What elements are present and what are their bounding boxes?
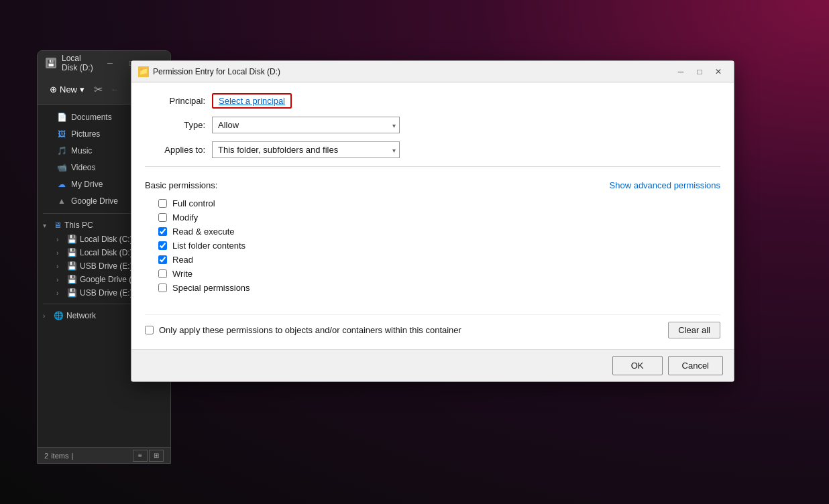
network-chevron: › (43, 312, 51, 320)
principal-field: Principal: Select a principal (145, 93, 720, 109)
write-checkbox[interactable] (158, 269, 167, 278)
dialog-win-controls: ─ □ ✕ (672, 64, 727, 79)
list-folder-checkbox[interactable] (158, 241, 167, 250)
read-execute-label: Read & execute (172, 227, 235, 237)
dialog-titlebar: 📁 Permission Entry for Local Disk (D:) ─… (131, 61, 734, 82)
type-field: Type: Allow Deny ▾ (145, 117, 720, 133)
type-label: Type: (145, 120, 205, 130)
permission-special: Special permissions (145, 283, 720, 293)
googledrivef-icon: 💾 (67, 275, 77, 284)
videos-icon: 📹 (56, 162, 67, 173)
write-label: Write (172, 269, 192, 279)
only-apply-checkbox[interactable] (145, 326, 154, 334)
sidebar-item-mydrive-label: My Drive (71, 180, 103, 189)
usbe-icon: 💾 (67, 261, 77, 271)
dialog-close-btn[interactable]: ✕ (710, 64, 727, 79)
chevron-usbe2: › (56, 290, 64, 297)
explorer-minimize-btn[interactable]: ─ (101, 56, 119, 70)
permission-read-execute: Read & execute (145, 227, 720, 237)
full-control-label: Full control (172, 198, 215, 208)
sidebar-item-pictures-label: Pictures (71, 129, 100, 139)
permissions-header: Basic permissions: Show advanced permiss… (145, 180, 720, 190)
cancel-btn[interactable]: Cancel (668, 356, 723, 375)
permissions-title: Basic permissions: (145, 180, 217, 190)
chevron-googledrivef: › (56, 276, 64, 284)
statusbar-separator: | (71, 452, 73, 460)
new-btn-chevron: ▾ (80, 84, 85, 94)
tree-item-locald-label: Local Disk (D:) (80, 248, 133, 257)
only-apply-section: Only apply these permissions to objects … (145, 314, 720, 338)
locald-icon: 💾 (67, 248, 77, 257)
pictures-icon: 🖼 (56, 129, 67, 139)
list-view-btn[interactable]: ≡ (133, 450, 148, 462)
content-divider (145, 166, 720, 167)
permission-read: Read (145, 255, 720, 265)
special-checkbox[interactable] (158, 284, 167, 292)
read-label: Read (172, 255, 193, 265)
show-advanced-btn[interactable]: Show advanced permissions (610, 180, 720, 190)
usbe2-icon: 💾 (67, 288, 77, 298)
modify-checkbox[interactable] (158, 213, 167, 222)
sidebar-item-documents-label: Documents (71, 113, 112, 122)
sidebar-item-videos-label: Videos (71, 163, 95, 172)
new-btn-plus-icon: ⊕ (50, 84, 57, 94)
googledrive-icon: ▲ (56, 196, 67, 206)
applies-to-field: Applies to: This folder, subfolders and … (145, 141, 720, 158)
dialog-footer: OK Cancel (131, 349, 734, 381)
dialog-minimize-btn[interactable]: ─ (672, 64, 689, 79)
this-pc-chevron: ▾ (43, 222, 51, 229)
back-btn[interactable]: ← (105, 80, 124, 99)
dialog-title-icon: 📁 (138, 66, 149, 77)
thispc-icon: 🖥 (54, 220, 62, 230)
full-control-checkbox[interactable] (158, 199, 167, 208)
special-label: Special permissions (172, 283, 250, 293)
tree-item-usbe-label: USB Drive (E:) (80, 261, 133, 271)
modify-label: Modify (172, 212, 198, 223)
applies-dropdown-wrapper: This folder, subfolders and files This f… (212, 141, 400, 158)
chevron-usbe: › (56, 263, 64, 270)
permission-entry-dialog: 📁 Permission Entry for Local Disk (D:) ─… (131, 60, 734, 382)
grid-view-btn[interactable]: ⊞ (149, 450, 164, 462)
applies-to-select[interactable]: This folder, subfolders and files This f… (212, 141, 400, 158)
item-count: 2 (44, 452, 48, 460)
explorer-title-icon: 💾 (46, 58, 56, 68)
only-apply-label: Only apply these permissions to objects … (159, 325, 663, 335)
scissors-icon: ✂ (94, 83, 103, 96)
network-icon: 🌐 (54, 311, 64, 320)
principal-label: Principal: (145, 96, 205, 106)
permission-full-control: Full control (145, 198, 720, 208)
new-btn-label: New (60, 84, 77, 94)
clear-all-btn[interactable]: Clear all (668, 322, 720, 338)
permission-list-folder: List folder contents (145, 241, 720, 251)
sidebar-item-music-label: Music (71, 146, 92, 155)
network-label: Network (66, 311, 96, 320)
chevron-locald: › (56, 249, 64, 257)
tree-item-googledrivef-label: Google Drive ( (80, 275, 131, 284)
sidebar-item-googledrive-label: Google Drive (71, 196, 118, 206)
new-button[interactable]: ⊕ New ▾ (43, 81, 91, 98)
read-checkbox[interactable] (158, 255, 167, 264)
type-dropdown-wrapper: Allow Deny ▾ (212, 117, 400, 133)
this-pc-label: This PC (64, 220, 93, 230)
permissions-section: Basic permissions: Show advanced permiss… (145, 174, 720, 304)
mydrive-icon: ☁ (56, 179, 67, 190)
permission-write: Write (145, 269, 720, 279)
dialog-content: Principal: Select a principal Type: Allo… (131, 82, 734, 349)
items-label: items (51, 452, 68, 460)
explorer-title-text: Local Disk (D:) (62, 54, 95, 72)
tree-item-localc-label: Local Disk (C:) (80, 235, 133, 244)
read-execute-checkbox[interactable] (158, 227, 167, 236)
permission-modify: Modify (145, 212, 720, 223)
dialog-title-text: Permission Entry for Local Disk (D:) (153, 67, 668, 76)
applies-to-label: Applies to: (145, 145, 205, 155)
dialog-maximize-btn[interactable]: □ (691, 64, 708, 79)
list-folder-label: List folder contents (172, 241, 245, 251)
type-select[interactable]: Allow Deny (212, 117, 400, 133)
explorer-statusbar: 2 items | ≡ ⊞ (38, 447, 170, 463)
music-icon: 🎵 (56, 145, 67, 156)
documents-icon: 📄 (56, 112, 67, 123)
select-principal-btn[interactable]: Select a principal (212, 93, 292, 109)
ok-btn[interactable]: OK (612, 356, 663, 375)
view-buttons: ≡ ⊞ (133, 450, 164, 462)
tree-item-usbe2-label: USB Drive (E:) (80, 288, 133, 298)
